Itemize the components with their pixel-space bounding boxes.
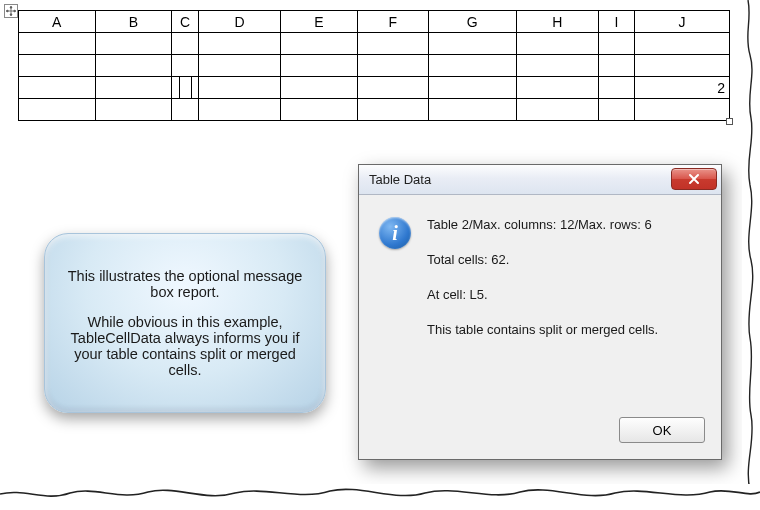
split-cell-part[interactable]	[172, 77, 179, 99]
callout-text: This illustrates the optional message bo…	[67, 268, 303, 300]
col-header: B	[95, 11, 172, 33]
dialog-line: Total cells: 62.	[427, 252, 701, 267]
dialog-footer: OK	[359, 409, 721, 459]
col-header: J	[635, 11, 730, 33]
table-header-row: A B C D E F G H I J	[19, 11, 730, 33]
worksheet-table[interactable]: A B C D E F G H I J 2	[18, 10, 730, 121]
cell-value[interactable]: 2	[635, 77, 730, 99]
col-header: D	[198, 11, 280, 33]
dialog-titlebar[interactable]: Table Data	[359, 165, 721, 195]
dialog-line: At cell: L5.	[427, 287, 701, 302]
col-header: I	[598, 11, 634, 33]
table-row[interactable]	[19, 55, 730, 77]
ok-button[interactable]: OK	[619, 417, 705, 443]
split-cell-part[interactable]	[191, 77, 198, 99]
col-header: C	[172, 11, 199, 33]
col-header: A	[19, 11, 96, 33]
col-header: G	[428, 11, 516, 33]
dialog-message: Table 2/Max. columns: 12/Max. rows: 6 To…	[427, 213, 701, 399]
dialog-line: Table 2/Max. columns: 12/Max. rows: 6	[427, 217, 701, 232]
col-header: F	[357, 11, 428, 33]
col-header: E	[281, 11, 358, 33]
table-row[interactable]	[19, 99, 730, 121]
dialog-line: This table contains split or merged cell…	[427, 322, 701, 337]
dialog-title: Table Data	[369, 172, 431, 187]
split-cell-part[interactable]	[179, 77, 191, 99]
document-canvas: A B C D E F G H I J 2 Th	[0, 0, 760, 510]
dialog-body: i Table 2/Max. columns: 12/Max. rows: 6 …	[359, 195, 721, 409]
callout-text: While obvious in this example, TableCell…	[67, 314, 303, 378]
close-icon	[687, 173, 701, 185]
close-button[interactable]	[671, 168, 717, 190]
table-row[interactable]	[19, 33, 730, 55]
info-callout: This illustrates the optional message bo…	[44, 233, 326, 413]
torn-edge-bottom	[0, 484, 760, 510]
table-resize-handle[interactable]	[726, 118, 733, 125]
table-row[interactable]: 2	[19, 77, 730, 99]
table-data-dialog: Table Data i Table 2/Max. columns: 12/Ma…	[358, 164, 722, 460]
info-icon: i	[379, 217, 411, 249]
table-move-handle[interactable]	[4, 4, 18, 18]
torn-edge-right	[742, 0, 760, 510]
col-header: H	[516, 11, 598, 33]
